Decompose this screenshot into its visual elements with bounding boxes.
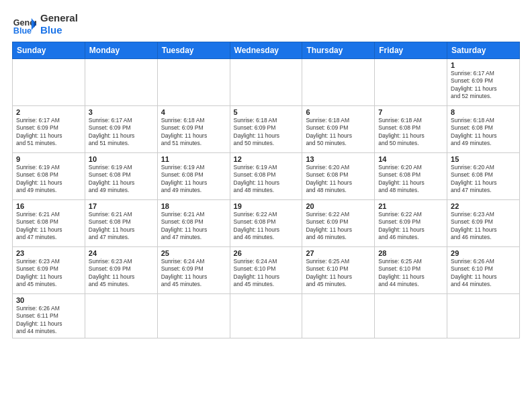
calendar-cell: 16Sunrise: 6:21 AM Sunset: 6:08 PM Dayli… <box>13 200 85 247</box>
day-info: Sunrise: 6:22 AM Sunset: 6:09 PM Dayligh… <box>378 211 443 242</box>
calendar-cell <box>157 294 230 338</box>
col-sunday: Sunday <box>13 42 85 59</box>
day-number: 24 <box>89 249 154 257</box>
calendar-cell: 25Sunrise: 6:24 AM Sunset: 6:09 PM Dayli… <box>157 247 230 294</box>
day-number: 10 <box>89 155 154 163</box>
calendar-header-row: Sunday Monday Tuesday Wednesday Thursday… <box>13 42 520 59</box>
calendar-cell: 9Sunrise: 6:19 AM Sunset: 6:08 PM Daylig… <box>13 153 85 200</box>
day-number: 1 <box>451 61 516 69</box>
calendar-cell: 30Sunrise: 6:26 AM Sunset: 6:11 PM Dayli… <box>13 294 85 338</box>
day-info: Sunrise: 6:25 AM Sunset: 6:10 PM Dayligh… <box>378 258 443 289</box>
col-wednesday: Wednesday <box>230 42 302 59</box>
day-number: 11 <box>161 155 226 163</box>
calendar-week-row: 9Sunrise: 6:19 AM Sunset: 6:08 PM Daylig… <box>13 153 520 200</box>
logo-general-text: General <box>40 12 78 24</box>
day-number: 30 <box>16 296 81 304</box>
day-info: Sunrise: 6:19 AM Sunset: 6:08 PM Dayligh… <box>89 164 154 195</box>
day-info: Sunrise: 6:23 AM Sunset: 6:09 PM Dayligh… <box>89 258 154 289</box>
day-info: Sunrise: 6:26 AM Sunset: 6:10 PM Dayligh… <box>451 258 516 289</box>
day-number: 2 <box>16 108 81 116</box>
day-number: 5 <box>234 108 299 116</box>
day-info: Sunrise: 6:23 AM Sunset: 6:09 PM Dayligh… <box>16 258 81 289</box>
day-info: Sunrise: 6:23 AM Sunset: 6:09 PM Dayligh… <box>451 211 516 242</box>
calendar-cell <box>13 59 85 106</box>
day-info: Sunrise: 6:18 AM Sunset: 6:08 PM Dayligh… <box>378 117 443 148</box>
calendar-cell: 23Sunrise: 6:23 AM Sunset: 6:09 PM Dayli… <box>13 247 85 294</box>
calendar-cell: 20Sunrise: 6:22 AM Sunset: 6:09 PM Dayli… <box>302 200 375 247</box>
calendar-cell: 7Sunrise: 6:18 AM Sunset: 6:08 PM Daylig… <box>375 106 447 153</box>
calendar-cell <box>85 59 157 106</box>
calendar-cell <box>302 59 375 106</box>
logo-icon: General Blue <box>12 12 36 36</box>
day-number: 6 <box>306 108 371 116</box>
day-info: Sunrise: 6:21 AM Sunset: 6:08 PM Dayligh… <box>161 211 226 242</box>
day-info: Sunrise: 6:22 AM Sunset: 6:09 PM Dayligh… <box>306 211 371 242</box>
calendar-cell: 6Sunrise: 6:18 AM Sunset: 6:09 PM Daylig… <box>302 106 375 153</box>
header: General Blue General Blue <box>12 12 520 36</box>
calendar: Sunday Monday Tuesday Wednesday Thursday… <box>12 42 520 338</box>
day-info: Sunrise: 6:17 AM Sunset: 6:09 PM Dayligh… <box>451 70 516 101</box>
col-monday: Monday <box>85 42 157 59</box>
day-info: Sunrise: 6:18 AM Sunset: 6:08 PM Dayligh… <box>451 117 516 148</box>
calendar-week-row: 30Sunrise: 6:26 AM Sunset: 6:11 PM Dayli… <box>13 294 520 338</box>
day-info: Sunrise: 6:18 AM Sunset: 6:09 PM Dayligh… <box>234 117 299 148</box>
day-number: 20 <box>306 202 371 210</box>
day-number: 27 <box>306 249 371 257</box>
calendar-cell: 18Sunrise: 6:21 AM Sunset: 6:08 PM Dayli… <box>157 200 230 247</box>
day-number: 12 <box>234 155 299 163</box>
day-info: Sunrise: 6:20 AM Sunset: 6:08 PM Dayligh… <box>451 164 516 195</box>
day-info: Sunrise: 6:19 AM Sunset: 6:08 PM Dayligh… <box>161 164 226 195</box>
day-number: 7 <box>378 108 443 116</box>
calendar-cell: 1Sunrise: 6:17 AM Sunset: 6:09 PM Daylig… <box>447 59 520 106</box>
day-info: Sunrise: 6:21 AM Sunset: 6:08 PM Dayligh… <box>16 211 81 242</box>
calendar-cell: 17Sunrise: 6:21 AM Sunset: 6:08 PM Dayli… <box>85 200 157 247</box>
calendar-cell: 24Sunrise: 6:23 AM Sunset: 6:09 PM Dayli… <box>85 247 157 294</box>
day-number: 28 <box>378 249 443 257</box>
day-info: Sunrise: 6:20 AM Sunset: 6:08 PM Dayligh… <box>378 164 443 195</box>
calendar-week-row: 23Sunrise: 6:23 AM Sunset: 6:09 PM Dayli… <box>13 247 520 294</box>
calendar-cell <box>375 294 447 338</box>
calendar-cell: 2Sunrise: 6:17 AM Sunset: 6:09 PM Daylig… <box>13 106 85 153</box>
day-number: 17 <box>89 202 154 210</box>
day-info: Sunrise: 6:25 AM Sunset: 6:10 PM Dayligh… <box>306 258 371 289</box>
calendar-cell <box>230 294 302 338</box>
calendar-cell: 11Sunrise: 6:19 AM Sunset: 6:08 PM Dayli… <box>157 153 230 200</box>
calendar-cell <box>302 294 375 338</box>
calendar-cell <box>85 294 157 338</box>
calendar-week-row: 16Sunrise: 6:21 AM Sunset: 6:08 PM Dayli… <box>13 200 520 247</box>
day-number: 15 <box>451 155 516 163</box>
col-tuesday: Tuesday <box>157 42 230 59</box>
day-info: Sunrise: 6:26 AM Sunset: 6:11 PM Dayligh… <box>16 305 81 336</box>
calendar-cell: 19Sunrise: 6:22 AM Sunset: 6:08 PM Dayli… <box>230 200 302 247</box>
day-number: 29 <box>451 249 516 257</box>
calendar-cell: 5Sunrise: 6:18 AM Sunset: 6:09 PM Daylig… <box>230 106 302 153</box>
day-number: 16 <box>16 202 81 210</box>
day-info: Sunrise: 6:22 AM Sunset: 6:08 PM Dayligh… <box>234 211 299 242</box>
col-friday: Friday <box>375 42 447 59</box>
day-info: Sunrise: 6:19 AM Sunset: 6:08 PM Dayligh… <box>16 164 81 195</box>
svg-text:Blue: Blue <box>13 26 32 36</box>
calendar-cell <box>375 59 447 106</box>
day-info: Sunrise: 6:18 AM Sunset: 6:09 PM Dayligh… <box>161 117 226 148</box>
calendar-cell: 10Sunrise: 6:19 AM Sunset: 6:08 PM Dayli… <box>85 153 157 200</box>
calendar-cell <box>230 59 302 106</box>
day-info: Sunrise: 6:17 AM Sunset: 6:09 PM Dayligh… <box>16 117 81 148</box>
day-number: 8 <box>451 108 516 116</box>
day-number: 21 <box>378 202 443 210</box>
day-number: 13 <box>306 155 371 163</box>
calendar-cell: 8Sunrise: 6:18 AM Sunset: 6:08 PM Daylig… <box>447 106 520 153</box>
day-info: Sunrise: 6:21 AM Sunset: 6:08 PM Dayligh… <box>89 211 154 242</box>
col-thursday: Thursday <box>302 42 375 59</box>
calendar-week-row: 2Sunrise: 6:17 AM Sunset: 6:09 PM Daylig… <box>13 106 520 153</box>
day-number: 23 <box>16 249 81 257</box>
calendar-cell: 14Sunrise: 6:20 AM Sunset: 6:08 PM Dayli… <box>375 153 447 200</box>
day-number: 22 <box>451 202 516 210</box>
logo-blue-text: Blue <box>40 24 78 36</box>
day-info: Sunrise: 6:24 AM Sunset: 6:10 PM Dayligh… <box>234 258 299 289</box>
logo: General Blue General Blue <box>12 12 78 36</box>
calendar-cell: 21Sunrise: 6:22 AM Sunset: 6:09 PM Dayli… <box>375 200 447 247</box>
page: General Blue General Blue Sunday Monday … <box>0 0 532 411</box>
day-number: 18 <box>161 202 226 210</box>
calendar-cell: 26Sunrise: 6:24 AM Sunset: 6:10 PM Dayli… <box>230 247 302 294</box>
day-number: 4 <box>161 108 226 116</box>
